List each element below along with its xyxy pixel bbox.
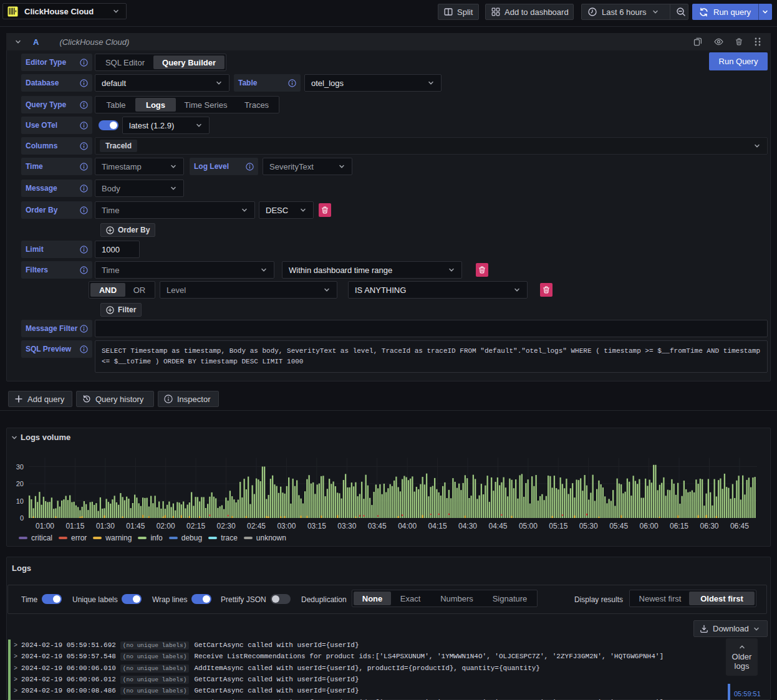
svg-text:04:00: 04:00 xyxy=(398,522,417,530)
svg-text:01:15: 01:15 xyxy=(65,522,84,530)
svg-text:04:15: 04:15 xyxy=(428,522,447,530)
svg-text:01:30: 01:30 xyxy=(96,522,115,530)
svg-text:04:30: 04:30 xyxy=(458,522,477,530)
svg-text:0: 0 xyxy=(20,514,24,522)
svg-text:30: 30 xyxy=(16,463,24,471)
svg-text:01:00: 01:00 xyxy=(36,522,54,530)
svg-text:01:45: 01:45 xyxy=(126,522,145,530)
svg-text:03:45: 03:45 xyxy=(368,522,387,530)
svg-text:02:00: 02:00 xyxy=(157,522,175,530)
svg-text:03:30: 03:30 xyxy=(337,522,356,530)
svg-text:06:15: 06:15 xyxy=(670,522,688,530)
svg-text:02:30: 02:30 xyxy=(217,522,236,530)
svg-text:05:45: 05:45 xyxy=(609,522,628,530)
svg-text:03:00: 03:00 xyxy=(277,522,296,530)
svg-text:05:30: 05:30 xyxy=(579,522,598,530)
svg-text:03:15: 03:15 xyxy=(307,522,326,530)
svg-text:06:45: 06:45 xyxy=(730,522,749,530)
svg-text:10: 10 xyxy=(16,497,24,505)
svg-text:04:45: 04:45 xyxy=(488,522,507,530)
svg-text:05:00: 05:00 xyxy=(519,522,538,530)
svg-text:06:30: 06:30 xyxy=(700,522,718,530)
svg-text:20: 20 xyxy=(16,480,24,487)
svg-text:05:15: 05:15 xyxy=(549,522,567,530)
svg-text:06:00: 06:00 xyxy=(640,522,659,530)
svg-text:02:15: 02:15 xyxy=(186,522,205,530)
svg-text:02:45: 02:45 xyxy=(247,522,266,530)
